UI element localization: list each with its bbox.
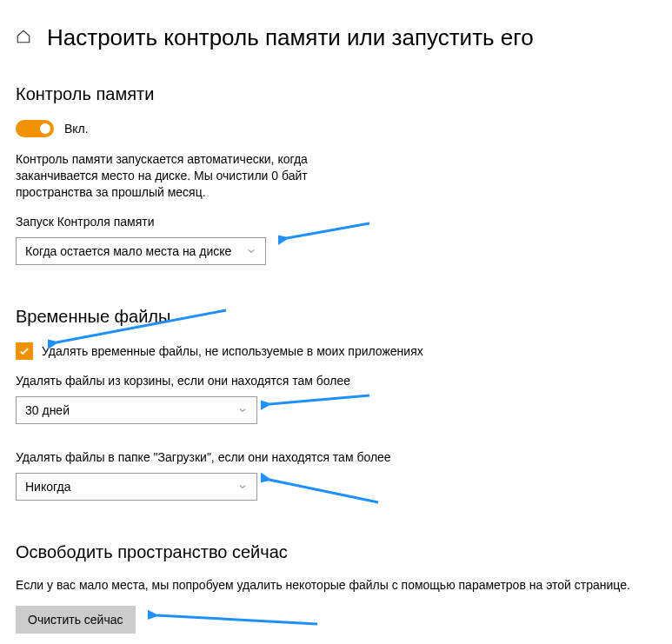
- chevron-down-icon: [246, 246, 256, 256]
- storage-sense-heading: Контроль памяти: [16, 84, 656, 104]
- recycle-bin-select[interactable]: 30 дней: [16, 396, 257, 424]
- temp-files-heading: Временные файлы: [16, 307, 656, 327]
- run-storage-sense-select[interactable]: Когда остается мало места на диске: [16, 237, 266, 265]
- free-up-description: Если у вас мало места, мы попробуем удал…: [16, 578, 656, 592]
- storage-sense-description: Контроль памяти запускается автоматическ…: [16, 151, 346, 201]
- downloads-select[interactable]: Никогда: [16, 473, 257, 501]
- chevron-down-icon: [237, 481, 248, 492]
- run-storage-sense-value: Когда остается мало места на диске: [25, 244, 231, 258]
- downloads-value: Никогда: [25, 480, 70, 494]
- free-up-heading: Освободить пространство сейчас: [16, 542, 656, 562]
- delete-temp-files-label: Удалять временные файлы, не используемые…: [42, 344, 423, 358]
- toggle-state-label: Вкл.: [64, 122, 89, 136]
- recycle-bin-value: 30 дней: [25, 403, 70, 417]
- run-storage-sense-label: Запуск Контроля памяти: [16, 215, 656, 229]
- checkmark-icon: [18, 345, 30, 357]
- recycle-bin-label: Удалять файлы из корзины, если они наход…: [16, 374, 656, 388]
- downloads-label: Удалять файлы в папке "Загрузки", если о…: [16, 450, 656, 464]
- storage-sense-toggle[interactable]: [16, 120, 54, 137]
- home-icon[interactable]: [16, 29, 31, 47]
- delete-temp-files-checkbox[interactable]: [16, 342, 33, 360]
- chevron-down-icon: [237, 405, 248, 415]
- clean-now-button[interactable]: Очистить сейчас: [16, 606, 136, 634]
- page-title: Настроить контроль памяти или запустить …: [47, 24, 534, 51]
